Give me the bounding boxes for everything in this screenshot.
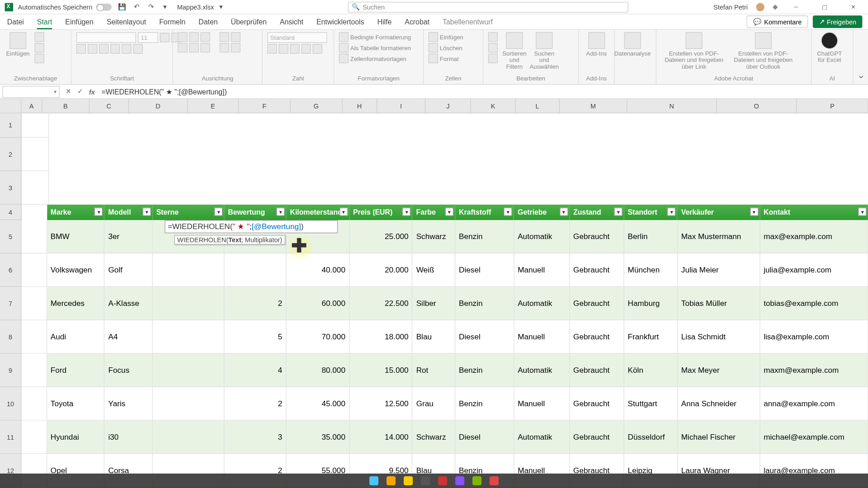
merge-icon[interactable] [231,43,241,52]
conditional-formatting-button[interactable]: Bedingte Formatierung [339,32,411,42]
col-header[interactable]: F [239,99,291,113]
tab-einfuegen[interactable]: Einfügen [64,15,95,28]
cell-kontakt[interactable]: tobias@example.com [760,287,868,320]
cell-bewertung[interactable]: 3 [224,421,286,454]
cell-standort[interactable]: München [624,253,678,287]
cell-modell[interactable]: A4 [105,320,153,354]
cell-marke[interactable]: Ford [47,354,105,387]
cell-bewertung[interactable] [224,253,286,287]
border-icon[interactable] [110,44,120,54]
cell-preis[interactable]: 25.000 [349,220,413,253]
col-header[interactable]: J [425,99,471,113]
col-header[interactable]: K [471,99,516,113]
taskbar-icon[interactable] [472,476,481,485]
cancel-formula-icon[interactable]: ✕ [62,88,74,95]
header-marke[interactable]: Marke▾ [47,205,105,220]
increase-font-icon[interactable] [160,33,170,42]
cell-getriebe[interactable]: Automatik [514,287,570,320]
row-header[interactable]: 11 [0,421,22,454]
taskbar-icon[interactable] [387,476,396,485]
cell-kraft[interactable]: Benzin [455,220,514,253]
cell[interactable] [22,387,47,421]
paste-button[interactable]: Einfügen [5,32,31,56]
filter-dropdown-icon[interactable]: ▾ [445,207,453,216]
col-header[interactable]: I [377,99,425,113]
col-header[interactable]: O [717,99,797,113]
tab-ueberpruefen[interactable]: Überprüfen [230,15,268,28]
format-as-table-button[interactable]: Als Tabelle formatieren [339,43,411,52]
delete-cells-button[interactable]: Löschen [429,43,462,52]
cell-marke[interactable]: Toyota [47,387,105,421]
align-right-icon[interactable] [201,43,210,52]
cell-farbe[interactable]: Weiß [413,253,455,287]
header-bewertung[interactable]: Bewertung▾ [224,205,286,220]
redo-icon[interactable]: ↷ [146,3,155,11]
filter-dropdown-icon[interactable]: ▾ [504,207,512,216]
cell-bewertung[interactable]: 5 [224,320,286,354]
cell-standort[interactable]: Frankfurt [624,320,678,354]
filter-dropdown-icon[interactable]: ▾ [750,207,758,216]
name-box[interactable]: ▾ [2,85,60,97]
cell-getriebe[interactable]: Automatik [514,421,570,454]
cell-kontakt[interactable]: maxm@example.com [760,354,868,387]
percent-icon[interactable] [278,44,288,54]
cell-zustand[interactable]: Gebraucht [570,354,624,387]
header-modell[interactable]: Modell▾ [104,205,152,220]
cell-preis[interactable]: 12.500 [349,387,413,421]
header-zustand[interactable]: Zustand▾ [570,205,624,220]
cell-sterne[interactable] [153,253,225,287]
font-family-input[interactable] [76,32,136,43]
undo-icon[interactable]: ↶ [132,3,141,11]
tab-datei[interactable]: Datei [6,15,25,28]
header-sterne[interactable]: Sterne▾ [153,205,225,220]
insert-cells-button[interactable]: Einfügen [429,32,463,42]
sort-filter-button[interactable]: Sortieren und Filtern [501,32,528,70]
filter-dropdown-icon[interactable]: ▾ [667,207,675,216]
row-header[interactable]: 10 [0,387,22,421]
cell-sterne[interactable] [153,287,225,320]
filename-dropdown-icon[interactable]: ▾ [217,3,225,11]
align-bottom-icon[interactable] [201,32,210,42]
cut-icon[interactable] [35,32,44,42]
cell[interactable] [22,138,49,171]
cell-verk[interactable]: Julia Meier [678,253,760,287]
cell-zustand[interactable]: Gebraucht [570,253,624,287]
align-left-icon[interactable] [178,43,187,52]
minimize-button[interactable]: ─ [786,1,806,13]
row-header[interactable]: 2 [0,138,22,171]
row-header[interactable]: 8 [0,320,22,354]
tab-tabellenentwurf[interactable]: Tabellenentwurf [441,15,494,28]
cell[interactable] [22,171,49,205]
taskbar-icon[interactable] [455,476,464,485]
cell[interactable] [22,205,47,220]
tab-seitenlayout[interactable]: Seitenlayout [105,15,147,28]
cell[interactable] [22,253,47,287]
cell-preis[interactable]: 15.000 [349,354,413,387]
select-all-button[interactable] [0,99,22,113]
cell-kraft[interactable]: Diesel [455,320,514,354]
cell-marke[interactable]: BMW [47,220,105,253]
cell-bewertung[interactable]: 4 [224,354,286,387]
row-header[interactable]: 4 [0,205,22,220]
copy-icon[interactable] [35,43,44,52]
cell-preis[interactable]: 14.000 [349,421,413,454]
editing-cell[interactable]: =WIEDERHOLEN(" ★ ";[@Bewertung]) [165,220,338,233]
cell-zustand[interactable]: Gebraucht [570,320,624,354]
col-header[interactable]: G [291,99,343,113]
cell-marke[interactable]: Audi [47,320,105,354]
currency-icon[interactable] [267,44,277,54]
search-input[interactable]: 🔍 Suchen [348,1,628,12]
cell-preis[interactable]: 22.500 [349,287,413,320]
filter-dropdown-icon[interactable]: ▾ [276,207,284,216]
autosum-icon[interactable] [488,32,498,42]
header-kraftstoff[interactable]: Kraftstoff▾ [455,205,514,220]
cell-kontakt[interactable]: max@example.com [760,220,868,253]
taskbar-icon[interactable] [438,476,447,485]
cell-verk[interactable]: Tobias Müller [678,287,760,320]
cell-standort[interactable]: Düsseldorf [624,421,678,454]
filter-dropdown-icon[interactable]: ▾ [340,207,348,216]
cell-preis[interactable]: 20.000 [349,253,413,287]
align-top-icon[interactable] [178,32,187,42]
cell-preis[interactable]: 18.000 [349,320,413,354]
clear-icon[interactable] [488,54,498,63]
